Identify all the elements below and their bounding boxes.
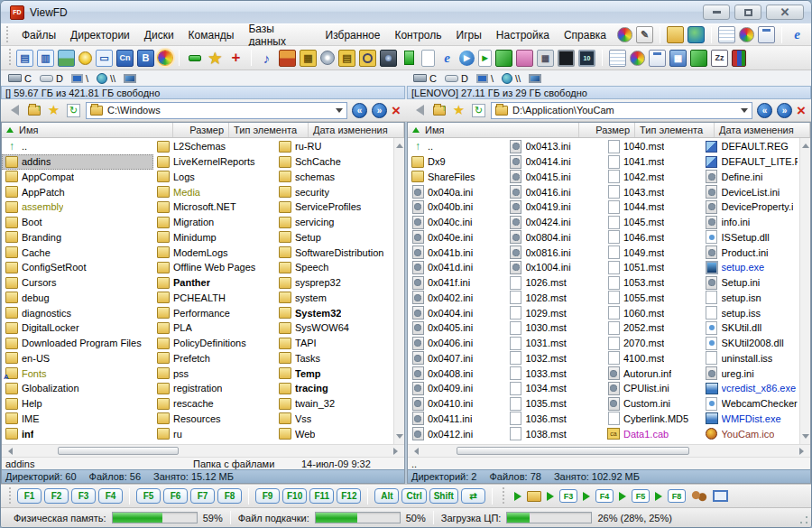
camera-icon[interactable] [380,50,397,67]
folder-item[interactable]: Prefetch [153,351,275,366]
folder-item[interactable]: TAPI [275,336,393,351]
menu-item[interactable]: Диски [137,26,181,44]
file-item[interactable]: 1035.mst [506,396,604,412]
file-item[interactable]: 1041.mst [604,154,702,170]
plus-red-icon[interactable] [227,50,245,67]
scroll-right-icon[interactable] [799,448,807,455]
file-item[interactable]: 0x0419.ini [506,199,604,215]
folder-item[interactable]: ConfigSetRoot [2,260,153,275]
refresh-icon[interactable]: ↻ [66,103,81,118]
folder-item[interactable]: Minidump [153,230,275,245]
history-forward-button[interactable]: » [372,103,387,118]
thumbnails-view-icon[interactable] [16,50,33,67]
split-view-icon[interactable] [37,50,54,67]
quick-button-window[interactable] [713,490,728,502]
column-header-date[interactable]: Дата изменения [715,123,810,137]
codec-green-icon[interactable] [495,50,512,67]
key-button-F2[interactable]: F2 [44,488,69,504]
file-item[interactable]: 1042.mst [604,170,702,185]
folder-item[interactable]: Performance [153,305,275,320]
scroll-down-icon[interactable] [396,434,403,442]
file-item[interactable]: 1033.mst [506,366,604,381]
favorites-star-icon[interactable]: ★ [46,103,61,118]
folder-item[interactable]: Resources [153,412,275,427]
file-item[interactable]: 0x0406.ini [408,336,506,351]
document-icon[interactable] [421,50,435,67]
folder-item[interactable]: ServiceProfiles [275,199,393,215]
battery-icon[interactable] [401,50,418,67]
folder-item[interactable]: ModemLogs [153,245,275,260]
file-item[interactable]: Cyberlink.MD5 [604,412,702,427]
key-button-⇄[interactable]: ⇄ [461,488,485,504]
file-item[interactable]: 0x0416.ini [506,184,604,199]
folder-item[interactable]: registration [153,381,275,396]
parent-dir-item[interactable]: .. [408,139,506,154]
file-item[interactable]: 4100.mst [604,351,702,366]
column-header-name[interactable]: Имя [408,123,579,137]
folder-item[interactable]: Boot [2,215,153,230]
menu-item[interactable]: Файлы [14,26,63,44]
vertical-scrollbar[interactable] [799,138,810,444]
resize-grip[interactable] [799,515,808,524]
network-globe-icon[interactable] [687,26,705,43]
folder-item[interactable]: Setup [275,230,393,245]
folder-item[interactable]: PLA [153,320,275,336]
toolbar-drag-handle[interactable] [502,487,506,505]
bold-text-icon[interactable] [137,50,154,67]
paint-icon[interactable] [617,27,632,42]
file-item[interactable]: 0x0402.ini [408,291,506,306]
drive-button-D[interactable]: D [445,73,468,84]
file-item[interactable]: 0x0424.ini [506,215,604,230]
up-folder-icon[interactable]: ↑ [26,103,42,118]
file-item[interactable]: 0x040c.ini [408,215,506,230]
key-button-F4[interactable]: F4 [98,488,123,504]
file-item[interactable]: Custom.ini [604,396,702,412]
drive-button-slash[interactable]: \ [71,73,88,84]
file-item[interactable]: WebcamChecker [702,396,800,412]
folder-item[interactable]: SysWOW64 [275,320,393,336]
quick-button-F4[interactable]: F4 [583,489,614,503]
close-tab-icon[interactable]: × [797,103,806,118]
file-item[interactable]: 1034.mst [506,381,604,396]
file-item[interactable]: 0x0415.ini [506,170,604,185]
minimize-button[interactable] [703,5,730,20]
back-icon[interactable] [411,103,427,118]
paint-active-icon[interactable] [158,51,172,65]
file-item[interactable]: 0x0414.ini [506,154,604,170]
music-note-icon[interactable] [258,50,275,67]
column-header-size[interactable]: Размер [173,123,229,137]
file-item[interactable]: DeviceProperty.i [702,199,800,215]
key-button-F1[interactable]: F1 [17,488,42,504]
quick-button-F5[interactable]: F5 [619,489,650,503]
folder-item[interactable]: Microsoft.NET [153,199,275,215]
file-item[interactable]: 0x0405.ini [408,320,506,336]
file-item[interactable]: setup.exe [702,260,800,275]
file-item[interactable]: setup.isn [702,291,800,306]
quick-button-users[interactable] [691,490,707,503]
back-icon[interactable] [6,103,22,118]
file-item[interactable]: 0x1004.ini [506,260,604,275]
folder-item[interactable]: L2Schemas [153,139,275,154]
column-header-size[interactable]: Размер [579,123,635,137]
notes-icon[interactable] [718,26,735,43]
quick-button-F8[interactable]: F8 [655,489,686,503]
tv-icon[interactable] [578,50,595,67]
file-item[interactable]: 1030.mst [506,320,604,336]
file-item[interactable]: 0x041f.ini [408,275,506,291]
key-button-F7[interactable]: F7 [190,488,215,504]
file-item[interactable]: 0x0410.ini [408,396,506,412]
column-header-date[interactable]: Дата изменения [309,123,404,137]
folder-item[interactable]: servicing [275,215,393,230]
folder-item[interactable]: schemas [275,170,393,185]
folder-item[interactable]: Cursors [2,275,153,291]
close-button[interactable]: ✕ [766,5,804,20]
memory-chip-icon[interactable] [516,50,533,67]
palette2-icon[interactable] [630,51,645,66]
folder-item[interactable]: debug [2,291,153,306]
parent-dir-item[interactable]: .. [2,139,153,154]
maximize-button[interactable] [734,5,761,20]
horizontal-scrollbar[interactable] [408,444,810,457]
scroll-right-icon[interactable] [393,448,401,455]
file-item[interactable]: 0x041d.ini [408,260,506,275]
key-button-F12[interactable]: F12 [337,488,361,504]
